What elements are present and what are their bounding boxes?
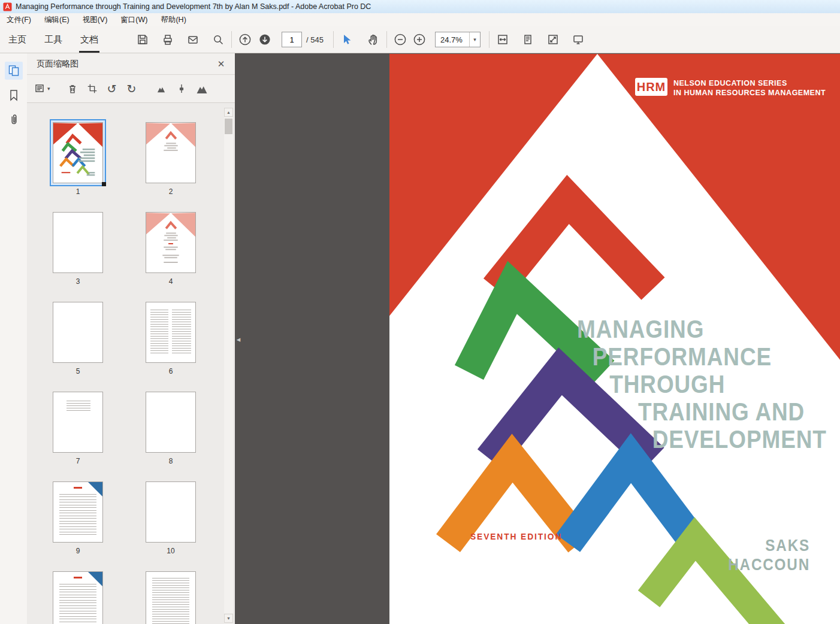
thumbnail-page-9[interactable]: 9 [50,478,106,555]
thumbnail-size-controls [155,81,208,96]
thumbnail-number: 5 [50,367,106,375]
thumbnail-page-2[interactable]: 2 [143,119,199,196]
trash-icon [67,83,78,95]
scrollbar-thumb[interactable] [225,119,232,134]
window-title: Managing Performance through Training an… [16,2,371,11]
thumbnail-number: 7 [50,457,106,465]
page-number-input[interactable] [282,32,302,47]
caret-down-icon: ▾ [47,86,50,92]
enlarge-thumbnails-button[interactable] [196,81,208,96]
scroll-up-button[interactable]: ▲ [224,108,233,117]
thumbnail-number: 6 [143,367,199,375]
thumbnail-page-11[interactable] [50,568,106,624]
zoom-in-button[interactable] [412,32,427,47]
print-button[interactable] [161,32,175,47]
select-tool-button[interactable] [340,32,354,47]
hrm-badge: HRM [635,78,667,96]
reading-mode-button[interactable] [571,32,585,47]
tab-document[interactable]: 文档 [79,26,99,53]
thumbnail-size-slider[interactable] [176,81,188,96]
thumbnail-page-6[interactable]: 6 [143,299,199,375]
scroll-down-button[interactable]: ▼ [224,614,233,623]
menu-edit[interactable]: 编辑(E) [38,13,76,26]
divider [231,31,232,48]
zoom-value: 24.7% [436,35,469,44]
search-button[interactable] [211,32,225,47]
divider [333,31,334,48]
page-up-icon [238,33,252,46]
thumbnail-page-7[interactable]: 7 [50,389,106,465]
thumbnail-number: 9 [50,547,106,555]
thumbnail-number: 2 [143,187,199,196]
main-toolbar: 主页 工具 文档 / 545 [0,26,840,53]
options-menu-button[interactable]: ▾ [34,81,50,96]
document-viewport[interactable]: ◂ HRM NELSON EDUCATION SERIES IN HUMAN R… [235,53,840,624]
divider [489,31,490,48]
crop-icon [86,83,98,95]
thumbnail-number: 3 [50,277,106,286]
crop-pages-button[interactable] [86,81,98,96]
rotate-cw-button[interactable]: ↻ [126,81,138,96]
email-button[interactable] [186,32,200,47]
thumbnail-page-12[interactable] [143,568,199,624]
thumbnail-page [53,392,103,453]
scrollbar-track[interactable] [224,117,233,613]
thumbnails-panel: 页面缩略图 ✕ ▾ ↺ ↻ [27,53,235,624]
thumbnail-page [53,212,103,273]
fullscreen-button[interactable] [546,32,560,47]
thumbnail-list: 1 [27,103,235,624]
collapse-panel-handle[interactable]: ◂ [235,330,242,348]
thumbnail-page-4[interactable]: 4 [143,209,199,286]
tab-home[interactable]: 主页 [7,26,28,53]
acrobat-app-icon [3,2,12,11]
next-page-button[interactable] [258,32,272,47]
page-thumbnails-tab[interactable] [5,62,23,80]
thumbnail-page-5[interactable]: 5 [50,299,106,375]
edition-label: SEVENTH EDITION [470,532,562,541]
zoom-level-dropdown[interactable]: 24.7% ▾ [435,32,481,47]
rotate-ccw-button[interactable]: ↺ [106,81,118,96]
save-button[interactable] [135,32,150,47]
menu-file[interactable]: 文件(F) [0,13,38,26]
thumbnail-page-3[interactable]: 3 [50,209,106,286]
thumbnail-number: 10 [143,547,199,555]
tab-tools[interactable]: 工具 [43,26,64,53]
search-icon [211,33,225,46]
thumbnail-page-10[interactable]: 10 [143,478,199,555]
menu-help[interactable]: 帮助(H) [154,13,192,26]
window-titlebar: Managing Performance through Training an… [0,0,840,13]
fit-width-button[interactable] [495,32,510,47]
minus-circle-icon [394,33,407,46]
thumbnail-accent [74,487,82,489]
fit-page-button[interactable] [521,32,535,47]
presentation-icon [572,33,585,46]
fit-width-icon [496,33,509,46]
delete-pages-button[interactable] [67,81,78,96]
menu-view[interactable]: 视图(V) [76,13,114,26]
reduce-thumbnails-button[interactable] [155,81,167,96]
thumbnail-page [53,481,103,543]
bookmarks-tab[interactable] [5,86,23,104]
thumbnails-icon [7,64,20,77]
menu-bar: 文件(F) 编辑(E) 视图(V) 窗口(W) 帮助(H) [0,13,840,26]
thumbnail-page-1[interactable]: 1 [50,119,106,196]
thumbnail-number: 4 [143,277,199,286]
menu-window[interactable]: 窗口(W) [114,13,154,26]
hand-tool-button[interactable] [366,32,380,47]
author-name: SAKS [765,537,810,555]
slider-icon [177,83,186,95]
zoom-out-button[interactable] [393,32,407,47]
panel-scrollbar[interactable]: ▲ ▼ [224,108,233,623]
thumbnail-page-8[interactable]: 8 [143,389,199,465]
selection-resize-handle[interactable] [102,182,106,186]
main-area: 页面缩略图 ✕ ▾ ↺ ↻ [0,53,840,624]
attachments-tab[interactable] [5,111,23,129]
thumbnail-page [146,302,196,363]
document-page[interactable]: HRM NELSON EDUCATION SERIES IN HUMAN RES… [389,54,840,624]
previous-page-button[interactable] [238,32,252,47]
close-icon[interactable]: ✕ [214,57,228,71]
cursor-icon [340,33,353,46]
thumbnail-page [53,302,103,363]
cover-title-line: MANAGING [577,315,704,344]
panel-header: 页面缩略图 ✕ [27,53,235,75]
